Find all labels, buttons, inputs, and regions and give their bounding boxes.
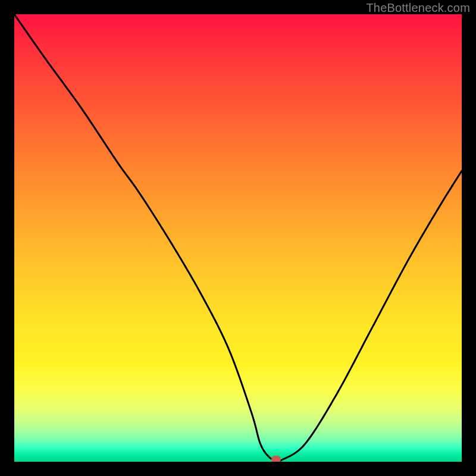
bottleneck-curve bbox=[14, 14, 462, 461]
curve-marker bbox=[271, 456, 281, 462]
plot-area bbox=[14, 14, 462, 462]
chart-frame: TheBottleneck.com bbox=[0, 0, 476, 476]
curve-layer bbox=[14, 14, 462, 462]
watermark-text: TheBottleneck.com bbox=[366, 1, 470, 15]
